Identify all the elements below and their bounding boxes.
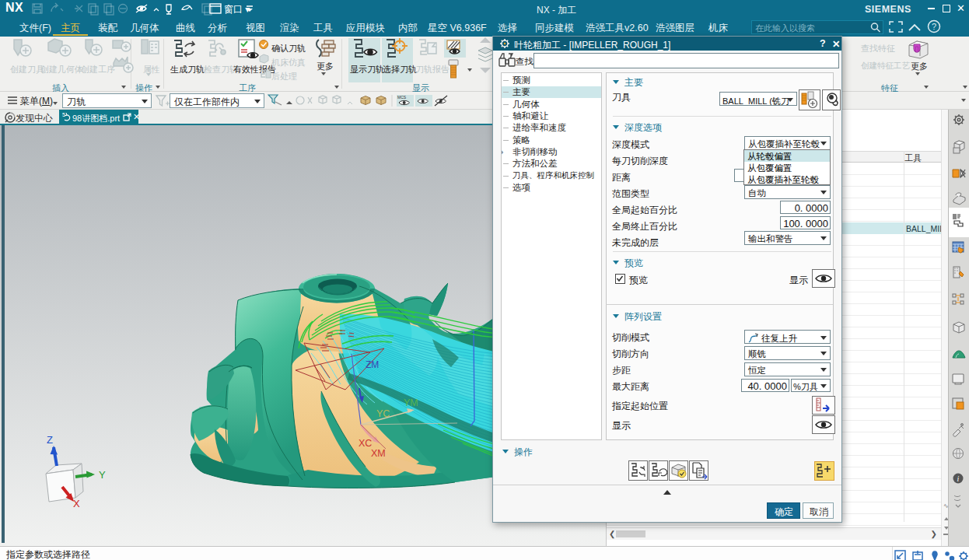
svg-text:Z: Z: [47, 434, 53, 446]
svg-text:X: X: [73, 498, 80, 509]
svg-text:YC: YC: [376, 408, 390, 419]
svg-text:i: i: [957, 474, 960, 483]
svg-text:XC: XC: [359, 438, 372, 449]
svg-text:YM: YM: [404, 397, 418, 408]
svg-text:Y: Y: [99, 469, 106, 481]
svg-text:MCS: MCS: [397, 95, 407, 100]
svg-text:5: 5: [62, 112, 65, 117]
svg-text:XM: XM: [371, 448, 386, 459]
svg-text:ZM: ZM: [366, 359, 379, 370]
svg-text:?: ?: [932, 22, 936, 31]
